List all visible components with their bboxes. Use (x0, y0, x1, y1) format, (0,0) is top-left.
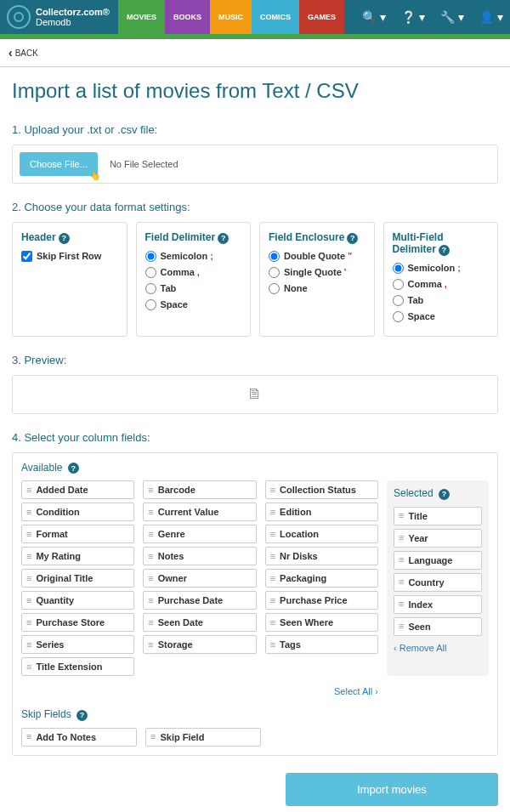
field-item[interactable]: ≡Language (394, 551, 482, 570)
upload-box: Choose File... 👆 No File Selected (12, 145, 498, 184)
user-icon[interactable]: 👤 ▾ (479, 10, 503, 24)
chevron-left-icon: ‹ (8, 46, 13, 60)
drag-icon: ≡ (26, 662, 31, 672)
help-icon[interactable]: ? (218, 233, 229, 244)
field-item[interactable]: ≡Condition (21, 503, 134, 521)
field-enclosure-panel: Field Enclosure? Double Quote" Single Qu… (259, 222, 375, 337)
tab-movies[interactable]: MOVIES (118, 0, 165, 34)
enc-single[interactable]: Single Quote' (269, 267, 366, 278)
delim-semicolon[interactable]: Semicolon; (145, 251, 242, 262)
drag-icon: ≡ (399, 622, 404, 631)
drag-icon: ≡ (26, 596, 31, 605)
field-item[interactable]: ≡My Rating (21, 547, 134, 565)
field-item[interactable]: ≡Purchase Price (265, 591, 378, 610)
field-item[interactable]: ≡Add To Notes (21, 728, 137, 747)
mdelim-space[interactable]: Space (393, 311, 490, 322)
field-item[interactable]: ≡Collection Status (265, 480, 378, 499)
help-icon[interactable]: ? (439, 489, 450, 500)
field-item[interactable]: ≡Index (394, 595, 482, 614)
delim-comma[interactable]: Comma, (145, 267, 242, 278)
drag-icon: ≡ (148, 530, 153, 539)
field-item[interactable]: ≡Format (21, 525, 134, 543)
tab-books[interactable]: BOOKS (165, 0, 210, 34)
drag-icon: ≡ (26, 574, 31, 583)
field-item[interactable]: ≡Year (394, 529, 482, 548)
field-item[interactable]: ≡Nr Disks (265, 547, 378, 565)
mdelim-comma[interactable]: Comma, (393, 279, 490, 290)
field-item[interactable]: ≡Seen (394, 617, 482, 636)
field-item[interactable]: ≡Location (265, 525, 378, 543)
nav-tabs: MOVIES BOOKS MUSIC COMICS GAMES (118, 0, 344, 34)
drag-icon: ≡ (270, 574, 275, 583)
field-item[interactable]: ≡Skip Field (145, 728, 261, 747)
drag-icon: ≡ (399, 577, 404, 587)
field-item[interactable]: ≡Purchase Store (21, 613, 134, 632)
delim-space[interactable]: Space (145, 299, 242, 310)
field-item[interactable]: ≡Packaging (265, 569, 378, 588)
step1-label: 1. Upload your .txt or .csv file: (12, 123, 498, 136)
select-all-link[interactable]: Select All › (21, 686, 378, 696)
drag-icon: ≡ (399, 599, 404, 609)
drag-icon: ≡ (270, 640, 275, 650)
drag-icon: ≡ (26, 618, 31, 627)
help-icon[interactable]: ? (59, 233, 70, 244)
drag-icon: ≡ (26, 552, 31, 561)
selected-panel: Selected ? ≡Title≡Year≡Language≡Country≡… (387, 480, 489, 676)
tab-games[interactable]: GAMES (299, 0, 344, 34)
field-item[interactable]: ≡Title (394, 507, 482, 525)
drag-icon: ≡ (399, 533, 404, 542)
field-item[interactable]: ≡Added Date (21, 480, 134, 499)
import-button[interactable]: Import movies (286, 773, 498, 806)
field-item[interactable]: ≡Original Title (21, 569, 134, 588)
remove-all-link[interactable]: ‹ Remove All (394, 643, 482, 653)
drag-icon: ≡ (26, 508, 31, 517)
field-item[interactable]: ≡Notes (143, 547, 256, 565)
mdelim-tab[interactable]: Tab (393, 295, 490, 306)
field-item[interactable]: ≡Country (394, 573, 482, 592)
help-icon[interactable]: ? (439, 245, 450, 256)
choose-file-button[interactable]: Choose File... 👆 (20, 152, 98, 176)
drag-icon: ≡ (148, 508, 153, 517)
wrench-icon[interactable]: 🔧 ▾ (440, 10, 464, 24)
enc-double[interactable]: Double Quote" (269, 251, 366, 262)
field-item[interactable]: ≡Barcode (143, 480, 256, 499)
drag-icon: ≡ (150, 732, 156, 741)
drag-icon: ≡ (270, 618, 275, 627)
field-item[interactable]: ≡Genre (143, 525, 256, 543)
search-icon[interactable]: 🔍 ▾ (362, 10, 386, 24)
drag-icon: ≡ (148, 596, 153, 605)
page-title: Import a list of movies from Text / CSV (12, 79, 498, 103)
step3-label: 3. Preview: (12, 354, 498, 366)
field-item[interactable]: ≡Series (21, 635, 134, 654)
mdelim-semicolon[interactable]: Semicolon; (393, 263, 490, 274)
field-item[interactable]: ≡Seen Where (265, 613, 378, 632)
help-icon[interactable]: ❔ ▾ (401, 10, 425, 24)
field-item[interactable]: ≡Storage (143, 635, 256, 654)
field-item[interactable]: ≡Edition (265, 503, 378, 521)
file-status: No File Selected (110, 159, 178, 169)
tab-comics[interactable]: COMICS (252, 0, 299, 34)
field-item[interactable]: ≡Owner (143, 569, 256, 588)
field-item[interactable]: ≡Seen Date (143, 613, 256, 632)
field-item[interactable]: ≡Title Extension (21, 657, 134, 676)
drag-icon: ≡ (270, 596, 275, 605)
skip-first-row-checkbox[interactable]: Skip First Row (21, 251, 118, 262)
drag-icon: ≡ (26, 530, 31, 539)
document-icon: 🗎 (247, 385, 263, 403)
tab-music[interactable]: MUSIC (210, 0, 252, 34)
field-item[interactable]: ≡Current Value (143, 503, 256, 521)
help-icon[interactable]: ? (347, 233, 358, 244)
help-icon[interactable]: ? (76, 710, 88, 721)
help-icon[interactable]: ? (68, 463, 79, 474)
field-item[interactable]: ≡Quantity (21, 591, 134, 610)
field-item[interactable]: ≡Purchase Date (143, 591, 256, 610)
drag-icon: ≡ (270, 485, 275, 495)
delim-tab[interactable]: Tab (145, 283, 242, 294)
multi-delimiter-panel: Multi-Field Delimiter? Semicolon; Comma,… (383, 222, 499, 337)
drag-icon: ≡ (26, 485, 31, 495)
back-button[interactable]: ‹ BACK (0, 39, 510, 67)
drag-icon: ≡ (399, 555, 404, 565)
drag-icon: ≡ (270, 530, 275, 539)
enc-none[interactable]: None (269, 283, 366, 294)
field-item[interactable]: ≡Tags (265, 635, 378, 654)
